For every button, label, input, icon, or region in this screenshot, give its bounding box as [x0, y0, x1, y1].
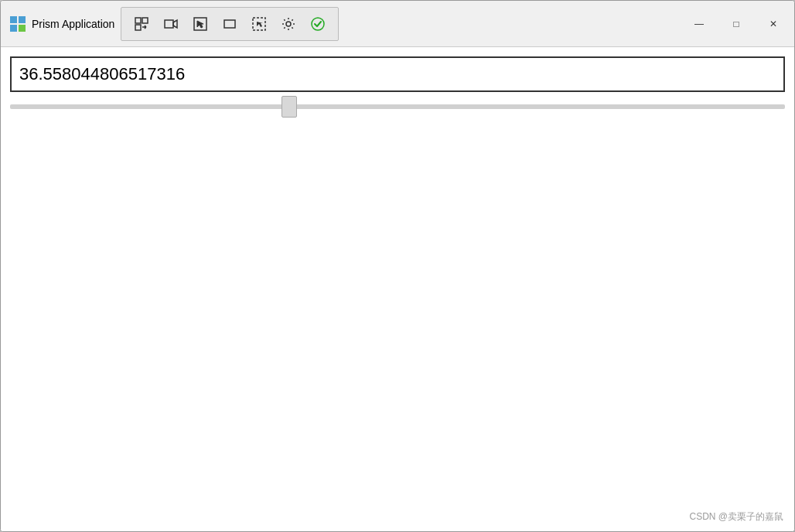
- watermark: CSDN @卖栗子的嘉鼠: [689, 510, 783, 523]
- window-title: Prism Application: [32, 18, 114, 30]
- svg-point-11: [286, 22, 291, 26]
- main-window: Prism Application: [0, 0, 795, 532]
- title-bar-controls: — □ ✕: [678, 12, 794, 36]
- check-circle-icon: [310, 16, 326, 32]
- svg-rect-0: [10, 16, 17, 23]
- minimize-button[interactable]: —: [681, 12, 717, 36]
- value-display: 36.558044806517316: [10, 56, 785, 92]
- toolbar-rectangle-button[interactable]: [216, 11, 244, 37]
- toolbar-settings-button[interactable]: [275, 11, 302, 37]
- svg-rect-7: [165, 20, 173, 28]
- toolbar-video-button[interactable]: [157, 11, 185, 37]
- content-area: 36.558044806517316 CSDN @卖栗子的嘉鼠: [1, 47, 794, 531]
- settings-icon: [281, 16, 296, 32]
- title-bar: Prism Application: [1, 1, 794, 47]
- svg-rect-4: [135, 18, 141, 23]
- svg-point-12: [312, 18, 324, 30]
- toolbar-cursor-button[interactable]: [186, 11, 214, 37]
- maximize-button[interactable]: □: [718, 12, 754, 36]
- cursor-icon: [193, 16, 208, 32]
- title-bar-left: Prism Application: [1, 7, 678, 41]
- rectangle-icon: [222, 16, 237, 32]
- svg-rect-9: [224, 20, 235, 28]
- slider-container: [10, 101, 785, 112]
- svg-rect-5: [142, 18, 148, 23]
- app-icon: [10, 16, 26, 32]
- svg-rect-6: [135, 25, 141, 30]
- close-button[interactable]: ✕: [756, 12, 791, 36]
- svg-rect-1: [19, 16, 26, 23]
- slider-thumb[interactable]: [281, 96, 297, 118]
- toolbar: [121, 7, 339, 41]
- select-icon: [251, 16, 267, 32]
- video-icon: [163, 16, 179, 32]
- slider-track[interactable]: [10, 104, 785, 109]
- toolbar-check-button[interactable]: [304, 11, 332, 37]
- grid-icon: [134, 16, 149, 32]
- toolbar-grid-button[interactable]: [128, 11, 155, 37]
- toolbar-select-button[interactable]: [245, 11, 273, 37]
- svg-rect-3: [19, 25, 26, 32]
- svg-rect-2: [10, 25, 17, 32]
